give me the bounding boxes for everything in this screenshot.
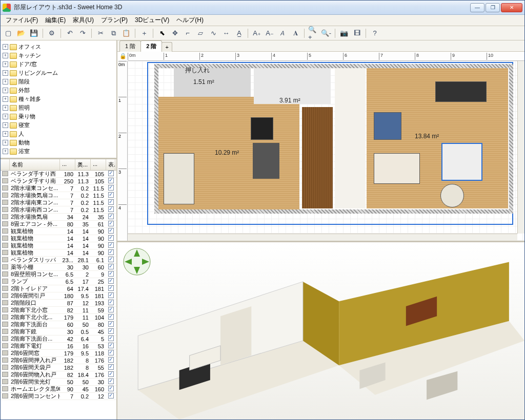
furn-visible-checkbox[interactable]: [108, 343, 114, 348]
furn-visible-checkbox[interactable]: [108, 235, 114, 241]
furn-visible-checkbox[interactable]: [108, 214, 114, 219]
furn-visible-checkbox[interactable]: [108, 264, 114, 269]
catalog-category[interactable]: + 浴室: [2, 147, 115, 156]
furn-visible-checkbox[interactable]: [108, 371, 114, 377]
catalog-category[interactable]: + 寝室: [2, 121, 115, 130]
new-button[interactable]: ▢: [3, 28, 14, 39]
furniture-row[interactable]: ベランダ手すり南 250 11.3 105: [1, 178, 116, 185]
expand-icon[interactable]: +: [3, 88, 8, 93]
furniture-row[interactable]: ホームエレクタ黒90... 90 45 160: [1, 386, 116, 393]
catalog-category[interactable]: + 階段: [2, 77, 115, 86]
furniture-list-header[interactable]: 名前 ... 奥... ... 表...: [1, 159, 116, 171]
expand-icon[interactable]: +: [3, 44, 8, 50]
furn-visible-checkbox[interactable]: [108, 257, 114, 262]
furn-visible-checkbox[interactable]: [108, 228, 114, 234]
furniture-row[interactable]: 2階6畳間物入れ戸 82 18.4 176: [1, 371, 116, 379]
furn-visible-checkbox[interactable]: [108, 285, 114, 291]
text-bold-button[interactable]: 𝐀: [290, 28, 301, 39]
paste-button[interactable]: 📋: [120, 28, 132, 39]
furn-visible-checkbox[interactable]: [108, 242, 114, 248]
furn-round-table[interactable]: [440, 184, 464, 207]
pan-button[interactable]: ✥: [169, 28, 180, 39]
view-3d[interactable]: [117, 242, 524, 419]
furn-visible-checkbox[interactable]: [108, 300, 114, 305]
furn-visible-checkbox[interactable]: [108, 393, 114, 398]
tab-level-1[interactable]: 1 階: [119, 40, 141, 52]
menu-help[interactable]: ヘルプ(H): [173, 15, 207, 26]
furn-visible-checkbox[interactable]: [108, 350, 114, 355]
furniture-row[interactable]: ベランダスリッパ 23... 28.1 6.1: [1, 257, 116, 264]
furn-visible-checkbox[interactable]: [108, 379, 114, 384]
polyline-button[interactable]: ∿: [208, 28, 219, 39]
catalog-category[interactable]: + 乗り物: [2, 112, 115, 121]
expand-icon[interactable]: +: [3, 70, 8, 76]
furn-visible-checkbox[interactable]: [108, 221, 114, 226]
expand-icon[interactable]: +: [3, 149, 8, 154]
open-button[interactable]: 📂: [15, 28, 27, 39]
furn-selected-bed[interactable]: [441, 143, 482, 181]
expand-icon[interactable]: +: [3, 131, 8, 137]
furniture-row[interactable]: 2階水場換気扇コ... 7 0.2 11.5: [1, 192, 116, 199]
catalog-category[interactable]: + ドア/窓: [2, 60, 115, 69]
furn-armchair[interactable]: [374, 112, 401, 140]
col-d[interactable]: 奥...: [75, 159, 91, 170]
furniture-row[interactable]: 8畳エアコン - 外... 80 35 61: [1, 221, 116, 228]
furniture-row[interactable]: 2階廊下電灯 16 16 53: [1, 343, 116, 350]
close-button[interactable]: ✕: [501, 3, 522, 12]
furniture-row[interactable]: 2階水場換気扇 34 24 35: [1, 214, 116, 221]
furniture-row[interactable]: ランプ 6.5 17 25: [1, 278, 116, 285]
expand-icon[interactable]: +: [3, 105, 8, 111]
furn-visible-checkbox[interactable]: [108, 199, 114, 205]
furn-visible-checkbox[interactable]: [108, 307, 114, 312]
zoom-out-button[interactable]: 🔍-: [320, 28, 332, 39]
furniture-row[interactable]: 2階廊下北小北... 179 11 104: [1, 314, 116, 321]
expand-icon[interactable]: +: [3, 96, 8, 102]
furn-bed-left[interactable]: [164, 153, 194, 204]
furn-visible-checkbox[interactable]: [108, 249, 114, 255]
plan-lock-icon[interactable]: 🔒: [119, 53, 127, 59]
room-middle[interactable]: [335, 68, 366, 208]
furniture-row[interactable]: 2階水場東コンセ... 7 0.2 11.5: [1, 185, 116, 192]
furniture-row[interactable]: 2階6畳間天袋戸 182 8 55: [1, 364, 116, 371]
room-button[interactable]: ▱: [195, 28, 206, 39]
furn-visible-checkbox[interactable]: [108, 278, 114, 284]
furniture-row[interactable]: 2階トイレドア 64 17.4 181: [1, 285, 116, 292]
tab-add-level[interactable]: +: [161, 42, 172, 52]
catalog-category[interactable]: + 照明: [2, 103, 115, 112]
furniture-row[interactable]: 8畳壁照明コンセ... 6.5 2 9: [1, 271, 116, 278]
plan-grid[interactable]: 押し入れ 1.51 m² 3.91 m² 10.29 m² 13.84 m²: [128, 61, 524, 241]
col-h[interactable]: ...: [91, 159, 106, 170]
minimize-button[interactable]: —: [470, 3, 484, 12]
catalog-category[interactable]: + オフィス: [2, 43, 115, 51]
furniture-row[interactable]: 2階水場南西コン... 7 0.2 11.5: [1, 206, 116, 214]
plan-scrollbar-h[interactable]: [128, 234, 517, 241]
furn-visible-checkbox[interactable]: [108, 292, 114, 298]
furniture-row[interactable]: 観葉植物 14 14 90: [1, 242, 116, 249]
menu-edit[interactable]: 編集(E): [42, 15, 69, 26]
expand-icon[interactable]: +: [3, 140, 8, 145]
dim-button[interactable]: ↔: [220, 28, 232, 39]
add-furn-button[interactable]: ＋: [138, 28, 150, 39]
furniture-catalog-tree[interactable]: + オフィス+ キッチン+ ドア/窓+ リビングルーム+: [1, 40, 116, 159]
furniture-row[interactable]: 観葉植物 14 14 90: [1, 249, 116, 257]
furn-visible-checkbox[interactable]: [108, 206, 114, 212]
text-inc-button[interactable]: A₊: [251, 28, 262, 39]
furniture-row[interactable]: ベランダ手すり西 180 11.3 105: [1, 171, 116, 178]
furn-visible-checkbox[interactable]: [108, 192, 114, 198]
furniture-row[interactable]: 2階階段口 87 12 193: [1, 300, 116, 307]
furn-visible-checkbox[interactable]: [108, 321, 114, 327]
furniture-row[interactable]: 2階6畳間引戸 180 9.5 181: [1, 292, 116, 300]
furniture-row[interactable]: 薬等小棚 30 30 60: [1, 264, 116, 271]
menu-file[interactable]: ファイル(F): [3, 15, 41, 26]
col-w[interactable]: ...: [60, 159, 75, 170]
catalog-category[interactable]: + 種々雑多: [2, 95, 115, 103]
col-vis[interactable]: 表...: [106, 159, 115, 170]
furn-visible-checkbox[interactable]: [108, 271, 114, 277]
expand-icon[interactable]: +: [3, 114, 8, 119]
help-button[interactable]: ?: [369, 28, 380, 39]
camera-button[interactable]: 📷: [338, 28, 350, 39]
furn-chair[interactable]: [251, 117, 273, 140]
catalog-category[interactable]: + 動物: [2, 138, 115, 147]
furniture-row[interactable]: 2階6畳間押入れ戸 182 8 176: [1, 357, 116, 364]
furn-keyboard[interactable]: [435, 81, 487, 102]
